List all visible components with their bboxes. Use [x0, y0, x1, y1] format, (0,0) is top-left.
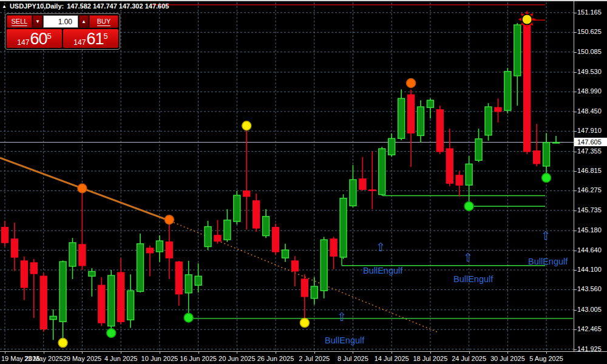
time-tick-mark — [546, 352, 547, 354]
sell-button[interactable]: SELL — [7, 15, 32, 28]
candle — [359, 157, 366, 190]
price-tick-label: 145.180 — [577, 226, 602, 234]
candle — [427, 98, 433, 118]
candle — [388, 133, 395, 157]
price-tick-label: 148.450 — [577, 107, 602, 115]
date-tick-label: 10 Jun 2025 — [141, 355, 178, 362]
candle — [273, 224, 279, 255]
date-tick-label: 14 Jul 2025 — [375, 355, 409, 362]
chart-canvas: ⇧⇧⇧⇧BullEngulfBullEngulfBullEngulfBullEn… — [0, 1, 574, 351]
price-tick-label: 150.085 — [577, 48, 602, 55]
candle — [40, 273, 47, 332]
current-price-label: 147.605 — [574, 138, 607, 146]
price-tick-label: 142.465 — [577, 325, 602, 332]
candle — [543, 133, 550, 174]
bullengulf-label: BullEngulf — [528, 257, 568, 266]
candle — [30, 259, 37, 318]
candle — [408, 90, 415, 167]
price-tick-label: 147.355 — [577, 147, 602, 155]
price-tick-label: 148.990 — [577, 87, 602, 95]
date-tick-label: 29 May 2025 — [63, 355, 102, 362]
date-tick-label: 2 Jul 2025 — [299, 355, 330, 362]
candle — [146, 246, 153, 276]
time-tick-mark — [160, 352, 160, 354]
time-tick-mark — [198, 352, 199, 354]
price-tick-label: 150.625 — [577, 28, 602, 35]
volume-increase-button[interactable]: ▲ — [79, 15, 89, 28]
candle — [350, 165, 356, 207]
time-tick-mark — [392, 352, 392, 354]
candle — [253, 194, 260, 232]
signal-dot-orange — [164, 215, 174, 224]
candle — [98, 277, 105, 326]
time-axis[interactable]: 19 May 202523 May 202529 May 20254 Jun 2… — [0, 351, 607, 364]
candles-layer — [2, 20, 560, 340]
date-tick-label: 20 Jun 2025 — [219, 355, 256, 362]
candle — [330, 237, 337, 269]
time-tick-mark — [82, 352, 83, 354]
date-tick-label: 18 Jul 2025 — [413, 355, 447, 362]
time-tick-mark — [121, 352, 121, 354]
bullengulf-label: BullEngulf — [325, 335, 365, 345]
chart-plot-area[interactable]: ⇧⇧⇧⇧BullEngulfBullEngulfBullEngulfBullEn… — [0, 1, 574, 351]
buy-price-sup: 5 — [103, 33, 107, 40]
candle — [340, 194, 347, 259]
candle — [195, 263, 202, 292]
candle — [514, 23, 521, 106]
candle — [524, 20, 531, 154]
price-axis[interactable]: 147.605 151.165150.625150.085149.530148.… — [574, 1, 607, 351]
symbol-name: USDJPY10,Daily: — [10, 2, 64, 10]
sell-price-sup: 5 — [47, 33, 51, 40]
candle — [417, 100, 424, 143]
candle — [50, 309, 56, 340]
signal-dot-yellow — [300, 318, 309, 328]
sell-price-panel[interactable]: 147 60 5 — [7, 29, 62, 48]
candle — [175, 261, 182, 306]
price-tick-label: 147.910 — [577, 127, 602, 134]
candle — [263, 209, 270, 238]
chart-title: ▲ USDJPY10,Daily: 147.582 147.747 147.30… — [2, 2, 169, 10]
bullish-arrow-icon: ⇧ — [337, 311, 347, 323]
bullengulf-label: BullEngulf — [363, 266, 403, 275]
candle — [11, 223, 18, 271]
time-tick-mark — [430, 352, 431, 354]
candle — [398, 89, 405, 140]
signal-dot-yellow — [58, 339, 67, 348]
chart-window: ⇧⇧⇧⇧BullEngulfBullEngulfBullEngulfBullEn… — [0, 0, 607, 364]
bullish-arrow-icon: ⇧ — [376, 241, 385, 254]
time-tick-mark — [44, 352, 44, 354]
date-tick-label: 24 Jul 2025 — [452, 355, 486, 362]
candle — [485, 103, 492, 141]
sell-button-label: SELL — [12, 18, 28, 26]
signal-dot-orange — [407, 79, 416, 88]
candle — [118, 258, 124, 324]
ohlc-quote-text: 147.582 147.747 147.302 147.605 — [67, 2, 169, 10]
signal-dot-yellow — [242, 121, 251, 130]
buy-price-panel[interactable]: 147 61 5 — [63, 29, 118, 48]
candle — [108, 270, 115, 329]
candle — [282, 244, 288, 262]
candle — [311, 277, 317, 305]
price-tick-label: 145.735 — [577, 206, 602, 214]
price-tick-label: 144.640 — [577, 246, 602, 254]
grid-layer — [0, 2, 574, 351]
date-tick-label: 16 Jun 2025 — [180, 355, 217, 362]
date-tick-label: 30 Jul 2025 — [490, 355, 525, 362]
candle — [504, 68, 511, 113]
time-tick-mark — [5, 352, 5, 354]
candle — [185, 261, 192, 315]
volume-decrease-button[interactable]: ▼ — [33, 15, 42, 28]
bullish-arrow-icon: ⇧ — [541, 229, 551, 242]
candle — [234, 191, 240, 224]
candle — [127, 274, 134, 328]
buy-button[interactable]: BUY — [89, 15, 118, 28]
date-tick-label: 8 Jul 2025 — [337, 355, 368, 362]
signal-dot-orange — [78, 184, 87, 193]
candle — [466, 156, 472, 204]
candle — [59, 260, 66, 338]
volume-input[interactable] — [43, 15, 78, 28]
date-tick-label: 5 Aug 2025 — [529, 355, 563, 362]
candle — [224, 209, 231, 242]
price-tick-label: 149.530 — [577, 68, 602, 75]
time-tick-mark — [507, 352, 508, 354]
